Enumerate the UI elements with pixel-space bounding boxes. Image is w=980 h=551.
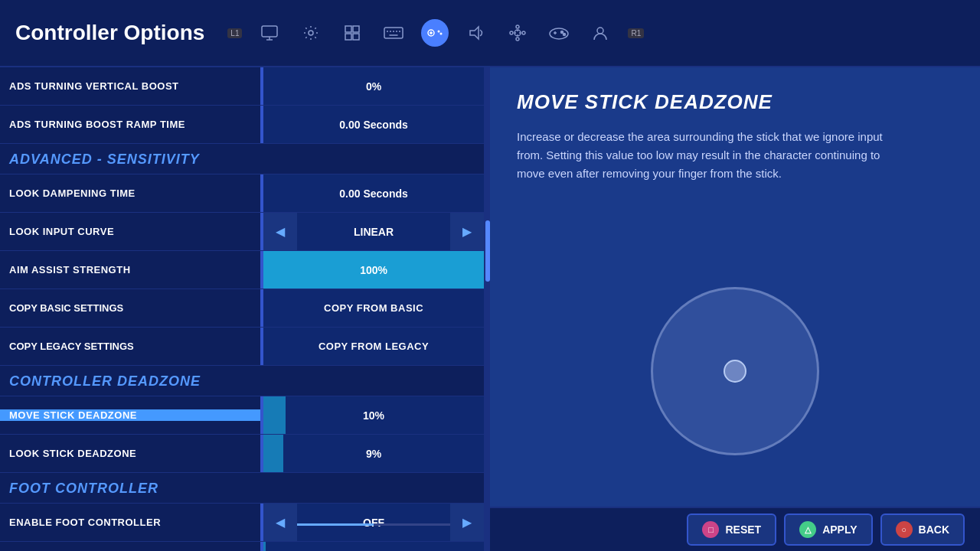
controller2-icon[interactable]	[545, 19, 573, 47]
look-input-curve-right-arrow[interactable]: ▶	[450, 213, 484, 250]
action-buttons-bar: □ RESET △ APPLY ○ BACK	[490, 507, 980, 551]
enable-foot-controller-value: OFF	[363, 517, 384, 529]
scroll-thumb[interactable]	[485, 220, 490, 282]
look-input-curve-label: LOOK INPUT CURVE	[0, 226, 260, 237]
ads-vertical-boost-row: ADS TURNING VERTICAL BOOST 0%	[0, 67, 484, 106]
user-icon[interactable]	[586, 19, 614, 47]
enable-foot-controller-row: ENABLE FOOT CONTROLLER ◀ OFF ▶	[0, 504, 484, 542]
reset-icon: □	[702, 521, 719, 538]
aim-assist-row: AIM ASSIST STRENGTH 100%	[0, 251, 484, 289]
svg-point-18	[440, 33, 443, 35]
aim-assist-label: AIM ASSIST STRENGTH	[0, 264, 260, 276]
reset-button[interactable]: □ RESET	[687, 514, 776, 546]
apply-label: APPLY	[822, 523, 857, 536]
deadzone-visual	[517, 214, 953, 528]
keyboard-icon[interactable]	[380, 19, 407, 47]
look-input-curve-value: LINEAR	[297, 226, 450, 238]
enable-foot-controller-right-arrow[interactable]: ▶	[450, 504, 484, 541]
svg-rect-4	[345, 26, 351, 32]
page-title: Controller Options	[15, 21, 204, 45]
copy-legacy-label: COPY LEGACY SETTINGS	[0, 341, 260, 352]
foot-controller-dead-zone-value-bar[interactable]: 1%	[260, 542, 484, 551]
detail-panel-description: Increase or decrease the area surroundin…	[517, 128, 900, 183]
advanced-sensitivity-header: ADVANCED - SENSITIVITY	[0, 144, 484, 174]
svg-point-24	[516, 37, 519, 41]
move-stick-deadzone-row: MOVE STICK DEADZONE 10%	[0, 396, 484, 435]
right-panel: MOVE STICK DEADZONE Increase or decrease…	[490, 67, 980, 551]
svg-rect-0	[262, 26, 277, 37]
look-input-curve-control: ◀ LINEAR ▶	[260, 213, 484, 250]
layout-icon[interactable]	[338, 19, 366, 47]
move-stick-deadzone-value-bar[interactable]: 10%	[260, 396, 484, 434]
svg-rect-6	[345, 34, 351, 40]
look-stick-deadzone-value: 9%	[270, 448, 478, 460]
svg-marker-21	[470, 27, 479, 39]
look-stick-deadzone-label: LOOK STICK DEADZONE	[0, 448, 260, 459]
monitor-icon[interactable]	[256, 19, 283, 47]
svg-rect-7	[353, 34, 359, 40]
nav-icons: L1 R1	[227, 19, 644, 47]
left-panel: ADS TURNING VERTICAL BOOST 0% ADS TURNIN…	[0, 67, 485, 551]
svg-point-17	[438, 31, 440, 33]
enable-foot-controller-control: ◀ OFF ▶	[260, 504, 484, 541]
main-content: ADS TURNING VERTICAL BOOST 0% ADS TURNIN…	[0, 67, 980, 551]
back-button[interactable]: ○ BACK	[880, 514, 965, 546]
copy-legacy-row: COPY LEGACY SETTINGS COPY FROM LEGACY	[0, 328, 484, 366]
apply-button[interactable]: △ APPLY	[784, 514, 872, 546]
foot-controller-dead-zone-row: FOOT CONTROLLER DEAD ZONE 1%	[0, 542, 484, 551]
look-dampening-value[interactable]: 0.00 Seconds	[260, 174, 484, 212]
left-panel-wrapper: ADS TURNING VERTICAL BOOST 0% ADS TURNIN…	[0, 67, 490, 551]
deadzone-circle-inner	[724, 360, 746, 383]
aim-assist-value[interactable]: 100%	[260, 251, 484, 289]
look-dampening-label: LOOK DAMPENING TIME	[0, 187, 260, 199]
gamepad-icon[interactable]	[421, 19, 449, 47]
reset-label: RESET	[725, 523, 761, 536]
scroll-indicator[interactable]	[485, 67, 490, 551]
apply-icon: △	[799, 521, 816, 538]
enable-foot-controller-left-arrow[interactable]: ◀	[263, 504, 297, 541]
svg-point-35	[564, 34, 566, 36]
copy-basic-row: COPY BASIC SETTINGS COPY FROM BASIC	[0, 289, 484, 328]
ads-boost-ramp-value[interactable]: 0.00 Seconds	[260, 106, 484, 143]
r1-badge: R1	[628, 28, 644, 38]
back-label: BACK	[919, 523, 949, 536]
network-icon[interactable]	[504, 19, 531, 47]
audio-icon[interactable]	[462, 19, 490, 47]
svg-point-34	[561, 31, 564, 34]
ads-vertical-boost-value[interactable]: 0%	[260, 67, 484, 105]
svg-point-25	[510, 31, 513, 34]
controller-deadzone-header: CONTROLLER DEADZONE	[0, 366, 484, 396]
ads-boost-ramp-row: ADS TURNING BOOST RAMP TIME 0.00 Seconds	[0, 106, 484, 144]
detail-panel-title: MOVE STICK DEADZONE	[517, 90, 773, 114]
svg-point-3	[309, 31, 313, 35]
svg-rect-8	[384, 28, 403, 38]
svg-point-26	[522, 31, 525, 34]
svg-rect-5	[353, 26, 359, 32]
move-stick-deadzone-label[interactable]: MOVE STICK DEADZONE	[0, 409, 260, 421]
svg-point-23	[516, 25, 519, 28]
enable-foot-controller-label: ENABLE FOOT CONTROLLER	[0, 517, 260, 528]
gear-icon[interactable]	[297, 19, 325, 47]
copy-basic-button[interactable]: COPY FROM BASIC	[260, 289, 484, 327]
copy-legacy-button[interactable]: COPY FROM LEGACY	[260, 328, 484, 365]
foot-controller-dead-zone-fill	[263, 542, 266, 551]
copy-basic-label: COPY BASIC SETTINGS	[0, 302, 260, 314]
top-nav: Controller Options L1 R1	[0, 0, 980, 67]
look-stick-deadzone-row: LOOK STICK DEADZONE 9%	[0, 435, 484, 473]
l1-badge: L1	[227, 28, 242, 38]
move-stick-deadzone-value: 10%	[270, 409, 478, 422]
ads-vertical-boost-label: ADS TURNING VERTICAL BOOST	[0, 80, 260, 92]
look-input-curve-row: LOOK INPUT CURVE ◀ LINEAR ▶	[0, 213, 484, 251]
back-icon: ○	[896, 521, 913, 538]
look-input-curve-left-arrow[interactable]: ◀	[263, 213, 297, 250]
look-stick-deadzone-value-bar[interactable]: 9%	[260, 435, 484, 472]
look-dampening-row: LOOK DAMPENING TIME 0.00 Seconds	[0, 174, 484, 213]
foot-controller-header: FOOT CONTROLLER	[0, 473, 484, 504]
svg-point-36	[597, 28, 603, 34]
ads-boost-ramp-label: ADS TURNING BOOST RAMP TIME	[0, 119, 260, 130]
deadzone-circle-outer	[651, 287, 819, 455]
